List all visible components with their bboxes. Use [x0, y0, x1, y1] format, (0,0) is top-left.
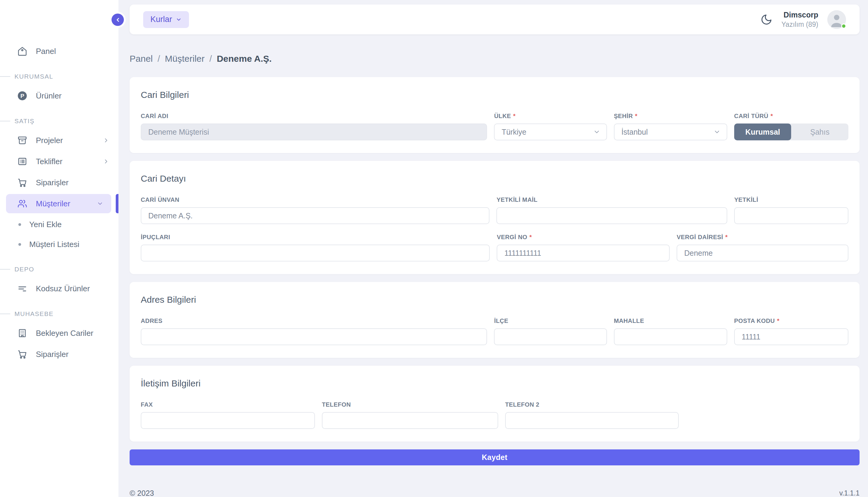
user-info: Dimscorp Yazılım (89) — [782, 10, 818, 29]
sidebar-section-muhasebe: MUHASEBE — [0, 308, 118, 320]
kurlar-label: Kurlar — [150, 15, 172, 24]
save-button[interactable]: Kaydet — [130, 450, 859, 465]
kurlar-dropdown-button[interactable]: Kurlar — [143, 11, 189, 28]
cari-unvan-input[interactable] — [141, 207, 489, 224]
field-ulke: ÜLKE* Türkiye — [494, 113, 607, 140]
ipuclari-input[interactable] — [141, 245, 490, 261]
online-status-dot — [841, 24, 846, 29]
cari-turu-toggle: Kurumsal Şahıs — [734, 124, 849, 140]
sidebar-item-panel[interactable]: Panel — [0, 42, 118, 61]
sidebar-item-label: Ürünler — [36, 91, 61, 101]
sidebar-subitem-musteri-listesi[interactable]: Müşteri Listesi — [0, 235, 118, 254]
sidebar-item-label: Teklifler — [36, 157, 62, 166]
field-cari-unvan: CARİ ÜNVAN — [141, 196, 489, 224]
topbar-right: Dimscorp Yazılım (89) — [760, 10, 846, 29]
topbar: Kurlar Dimscorp Yazılım (89) — [130, 4, 859, 34]
sidebar: Panel KURUMSAL P Ürünler SATIŞ Projeler … — [0, 0, 118, 497]
sidebar-item-bekleyen-cariler[interactable]: Bekleyen Cariler — [0, 324, 118, 343]
products-icon: P — [17, 91, 27, 101]
sidebar-subitem-yeni-ekle[interactable]: Yeni Ekle — [0, 215, 118, 234]
sidebar-item-kodsuz-urunler[interactable]: Kodsuz Ürünler — [0, 279, 118, 298]
field-cari-turu: CARİ TÜRÜ* Kurumsal Şahıs — [734, 113, 849, 140]
users-icon — [17, 199, 27, 209]
field-telefon-2: TELEFON 2 — [505, 401, 679, 429]
sidebar-item-teklifler[interactable]: Teklifler — [0, 152, 118, 171]
required-mark: * — [635, 113, 638, 119]
field-label: FAX — [141, 401, 153, 408]
main-content: Kurlar Dimscorp Yazılım (89) Panel / — [118, 0, 868, 497]
sidebar-section-satis: SATIŞ — [0, 115, 118, 127]
field-label: VERGİ NO — [497, 234, 527, 241]
field-label: CARİ ÜNVAN — [141, 196, 179, 203]
required-mark: * — [513, 113, 515, 119]
active-indicator-bar — [116, 194, 118, 213]
chevron-down-icon — [593, 128, 600, 136]
sidebar-item-musteriler[interactable]: Müşteriler — [6, 194, 111, 213]
cari-adi-input[interactable] — [141, 124, 487, 140]
field-mahalle: MAHALLE — [614, 317, 727, 345]
home-icon — [17, 46, 27, 56]
field-ipuclari: İPUÇLARI — [141, 234, 490, 261]
chevron-down-icon — [176, 17, 182, 23]
breadcrumb-current: Deneme A.Ş. — [217, 54, 271, 64]
toggle-option-sahis[interactable]: Şahıs — [791, 124, 849, 140]
breadcrumb-panel[interactable]: Panel — [130, 54, 153, 64]
breadcrumb-separator: / — [209, 54, 212, 64]
sidebar-item-label: Kodsuz Ürünler — [36, 284, 90, 293]
ulke-selected-value: Türkiye — [502, 128, 526, 137]
telefon-2-input[interactable] — [505, 412, 679, 429]
chevron-right-icon — [103, 137, 109, 144]
field-label: TELEFON — [322, 401, 351, 408]
cart-icon — [17, 178, 27, 188]
fax-input[interactable] — [141, 412, 315, 429]
breadcrumb-musteriler[interactable]: Müşteriler — [165, 54, 205, 64]
sidebar-item-urunler[interactable]: P Ürünler — [0, 86, 118, 105]
dark-mode-toggle[interactable] — [760, 14, 772, 26]
ulke-select[interactable]: Türkiye — [494, 124, 607, 140]
cart-icon — [17, 349, 27, 359]
chevron-down-icon — [713, 128, 720, 136]
user-name: Dimscorp — [782, 10, 818, 19]
required-mark: * — [529, 234, 532, 241]
sidebar-item-label: Projeler — [36, 136, 63, 145]
section-title: İletişim Bilgileri — [141, 378, 849, 388]
sidebar-item-siparisler-muhasebe[interactable]: Siparişler — [0, 344, 118, 364]
section-title: Cari Bilgileri — [141, 90, 849, 100]
version-text: v.1.1.1 — [839, 489, 859, 497]
field-label: YETKİLİ — [734, 196, 758, 203]
field-fax: FAX — [141, 401, 315, 429]
yetkili-input[interactable] — [734, 207, 849, 224]
chevron-down-icon — [97, 200, 103, 207]
field-yetkili-mail: YETKİLİ MAİL — [496, 196, 727, 224]
required-mark: * — [725, 234, 728, 241]
chevron-left-icon — [115, 17, 121, 23]
breadcrumb: Panel / Müşteriler / Deneme A.Ş. — [130, 54, 859, 64]
footer: © 2023 v.1.1.1 — [130, 489, 859, 497]
sehir-select[interactable]: İstanbul — [614, 124, 727, 140]
telefon-input[interactable] — [322, 412, 498, 429]
sidebar-collapse-button[interactable] — [112, 14, 124, 26]
sidebar-item-label: Bekleyen Cariler — [36, 329, 94, 338]
chevron-right-icon — [103, 158, 109, 165]
field-label: CARİ ADI — [141, 113, 168, 119]
field-adres: ADRES — [141, 317, 487, 345]
sidebar-item-siparisler[interactable]: Siparişler — [0, 173, 118, 192]
field-label: POSTA KODU — [734, 317, 775, 324]
sehir-selected-value: İstanbul — [621, 128, 648, 137]
ilce-input[interactable] — [494, 328, 607, 345]
toggle-option-kurumsal[interactable]: Kurumsal — [734, 124, 792, 140]
svg-text:P: P — [20, 93, 24, 99]
sidebar-subitem-label: Müşteri Listesi — [29, 240, 79, 249]
mahalle-input[interactable] — [614, 328, 727, 345]
vergi-dairesi-input[interactable] — [677, 245, 849, 261]
avatar[interactable] — [827, 10, 846, 29]
sidebar-item-projeler[interactable]: Projeler — [0, 131, 118, 150]
adres-input[interactable] — [141, 328, 487, 345]
posta-kodu-input[interactable] — [734, 328, 849, 345]
field-label: İPUÇLARI — [141, 234, 170, 241]
breadcrumb-separator: / — [158, 54, 160, 64]
field-label: ADRES — [141, 317, 163, 324]
required-mark: * — [777, 317, 780, 324]
vergi-no-input[interactable] — [497, 245, 670, 261]
yetkili-mail-input[interactable] — [496, 207, 727, 224]
